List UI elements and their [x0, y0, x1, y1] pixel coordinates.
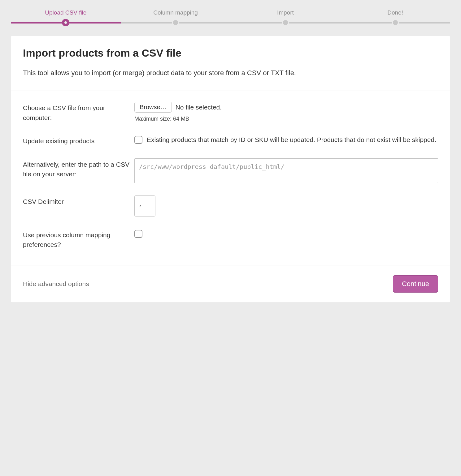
server-path-label: Alternatively, enter the path to a CSV f…	[23, 158, 134, 179]
row-server-path: Alternatively, enter the path to a CSV f…	[23, 158, 438, 183]
update-existing-description: Existing products that match by ID or SK…	[147, 135, 436, 145]
hide-advanced-link[interactable]: Hide advanced options	[23, 280, 89, 288]
update-existing-label: Update existing products	[23, 135, 134, 146]
server-path-input[interactable]	[134, 158, 438, 183]
delimiter-label: CSV Delimiter	[23, 195, 134, 207]
step-done: Done!	[340, 9, 450, 16]
progress-dot-icon	[282, 19, 289, 26]
card-footer: Hide advanced options Continue	[11, 265, 450, 302]
row-previous-mapping: Use previous column mapping preferences?	[23, 229, 438, 250]
step-upload-csv: Upload CSV file	[11, 9, 121, 16]
browse-button[interactable]: Browse…	[134, 102, 172, 113]
continue-button[interactable]: Continue	[393, 275, 438, 293]
previous-mapping-label: Use previous column mapping preferences?	[23, 229, 134, 250]
page-description: This tool allows you to import (or merge…	[23, 68, 438, 78]
progress-stepper: Upload CSV file Column mapping Import Do…	[11, 6, 450, 24]
previous-mapping-checkbox[interactable]	[134, 230, 142, 238]
file-status: No file selected.	[176, 104, 222, 111]
max-size-label: Maximum size: 64 MB	[134, 116, 438, 122]
card-header: Import products from a CSV file This too…	[11, 36, 450, 91]
row-delimiter: CSV Delimiter	[23, 195, 438, 217]
delimiter-input[interactable]	[134, 195, 155, 217]
progress-dot-icon	[392, 19, 399, 26]
page-title: Import products from a CSV file	[23, 47, 438, 59]
step-import: Import	[231, 9, 341, 16]
row-update-existing: Update existing products Existing produc…	[23, 135, 438, 146]
progress-dot-icon	[62, 19, 69, 26]
progress-track	[11, 22, 450, 24]
row-choose-file: Choose a CSV file from your computer: Br…	[23, 102, 438, 122]
update-existing-checkbox[interactable]	[134, 136, 142, 144]
import-card: Import products from a CSV file This too…	[11, 36, 450, 303]
choose-file-label: Choose a CSV file from your computer:	[23, 102, 134, 122]
step-column-mapping: Column mapping	[121, 9, 231, 16]
form-body: Choose a CSV file from your computer: Br…	[11, 91, 450, 265]
progress-dot-icon	[172, 19, 179, 26]
